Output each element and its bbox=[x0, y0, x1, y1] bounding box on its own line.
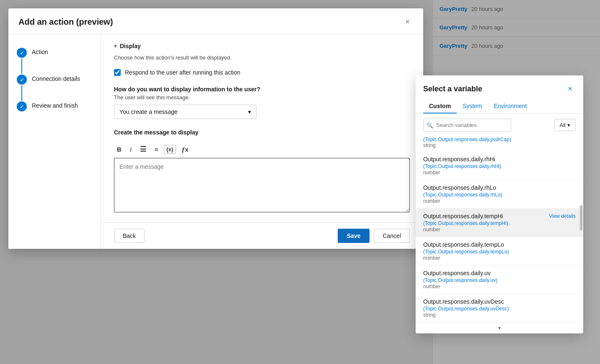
var-first-item: (Topic.Output.responses.daily.pvdrCap) s… bbox=[416, 135, 583, 152]
create-label: Create the message to display bbox=[114, 129, 410, 136]
check-icon-3: ✓ bbox=[20, 103, 24, 110]
var-panel-scroll-down: ▾ bbox=[416, 323, 583, 333]
respond-checkbox-label: Respond to the user after running this a… bbox=[125, 69, 241, 76]
step-line-1 bbox=[21, 59, 22, 74]
var-item-path-uvDesc: (Topic.Output.responses.daily.uvDesc) bbox=[423, 306, 576, 312]
step-connector-2: ✓ bbox=[17, 75, 27, 101]
var-item-path-rhLo: (Topic.Output.responses.daily.rhLo) bbox=[423, 192, 576, 198]
display-description: Choose how this action's result will be … bbox=[114, 54, 410, 61]
variable-button[interactable]: {x} bbox=[164, 145, 176, 154]
check-icon-2: ✓ bbox=[20, 77, 24, 83]
step-circle-3: ✓ bbox=[17, 101, 27, 111]
filter-all-label: All bbox=[560, 122, 566, 128]
step-connector-1: ✓ bbox=[17, 48, 27, 75]
var-item-name-rhLo: Output.responses.daily.rhLo bbox=[423, 184, 576, 191]
dropdown-chevron-icon: ▾ bbox=[248, 108, 251, 115]
respond-checkbox[interactable] bbox=[114, 69, 121, 76]
var-search-row: 🔍 All ▾ bbox=[416, 114, 583, 135]
formula-button[interactable]: ƒx bbox=[178, 144, 191, 155]
var-item-type-rhLo: number bbox=[423, 198, 576, 204]
steps-sidebar: ✓ Action ✓ Connection details bbox=[8, 34, 101, 249]
var-first-item-type: string bbox=[423, 142, 576, 148]
var-panel-scrollbar bbox=[580, 205, 582, 230]
cancel-button[interactable]: Cancel bbox=[374, 229, 410, 243]
var-filter-button[interactable]: All ▾ bbox=[554, 119, 576, 131]
check-icon-1: ✓ bbox=[20, 50, 24, 56]
filter-chevron-icon: ▾ bbox=[567, 122, 570, 128]
bullet-list-button[interactable]: ☰ bbox=[137, 143, 149, 155]
main-modal: Add an action (preview) × ✓ Action bbox=[8, 8, 423, 249]
var-item-rhLo[interactable]: Output.responses.daily.rhLo (Topic.Outpu… bbox=[416, 180, 583, 209]
dropdown-value: You create a message bbox=[119, 108, 178, 115]
save-button[interactable]: Save bbox=[338, 229, 370, 243]
var-item-uv[interactable]: Output.responses.daily.uv (Topic.Output.… bbox=[416, 266, 583, 294]
modal-close-button[interactable]: × bbox=[402, 16, 413, 28]
var-item-name-uv: Output.responses.daily.uv bbox=[423, 270, 576, 276]
bullet-list-icon: ☰ bbox=[140, 145, 146, 153]
display-heading: Display bbox=[120, 43, 141, 49]
italic-button[interactable]: I bbox=[127, 144, 134, 155]
var-search-wrapper: 🔍 bbox=[423, 119, 551, 132]
tab-system[interactable]: System bbox=[457, 99, 488, 114]
var-item-tempLo[interactable]: Output.responses.daily.tempLo (Topic.Out… bbox=[416, 237, 583, 266]
question-label: How do you want to display information t… bbox=[114, 86, 410, 93]
modal-footer: Back Save Cancel bbox=[101, 222, 423, 249]
var-item-name-uvDesc: Output.responses.daily.uvDesc bbox=[423, 298, 576, 305]
var-item-uvDesc[interactable]: Output.responses.daily.uvDesc (Topic.Out… bbox=[416, 294, 583, 323]
numbered-list-icon: ≡ bbox=[155, 146, 158, 153]
step-connection: ✓ Connection details bbox=[17, 75, 92, 101]
var-item-name-rhHi: Output.responses.daily.rhHi bbox=[423, 156, 576, 163]
modal-header: Add an action (preview) × bbox=[8, 8, 423, 34]
display-section-header: ▾ Display bbox=[114, 43, 410, 49]
var-item-name-tempLo: Output.responses.daily.tempLo bbox=[423, 241, 576, 248]
var-item-tempHi[interactable]: Output.responses.daily.tempHi View detai… bbox=[416, 209, 583, 237]
tab-custom[interactable]: Custom bbox=[423, 99, 457, 114]
step-action: ✓ Action bbox=[17, 48, 92, 75]
var-panel-title: Select a variable bbox=[423, 85, 482, 93]
message-editor[interactable] bbox=[114, 158, 410, 212]
step-circle-2: ✓ bbox=[17, 75, 27, 85]
respond-checkbox-row: Respond to the user after running this a… bbox=[114, 69, 410, 76]
var-search-input[interactable] bbox=[423, 119, 511, 132]
step-connector-3: ✓ bbox=[17, 101, 27, 111]
var-first-item-path: (Topic.Output.responses.daily.pvdrCap) bbox=[423, 137, 576, 142]
var-item-path-tempLo: (Topic.Output.responses.daily.tempLo) bbox=[423, 249, 576, 255]
footer-left: Back bbox=[114, 229, 145, 243]
bold-button[interactable]: B bbox=[114, 144, 124, 155]
content-area: ▾ Display Choose how this action's resul… bbox=[101, 34, 423, 249]
editor-toolbar: B I ☰ ≡ {x} ƒx bbox=[114, 141, 410, 158]
view-details-link-tempHi[interactable]: View details bbox=[549, 213, 576, 219]
back-button[interactable]: Back bbox=[114, 229, 145, 243]
footer-right: Save Cancel bbox=[338, 229, 410, 243]
var-item-path-tempHi: (Topic.Output.responses.daily.tempHi) bbox=[423, 220, 576, 226]
var-item-type-tempLo: number bbox=[423, 255, 576, 261]
var-item-type-uvDesc: string bbox=[423, 312, 576, 318]
var-item-type-tempHi: number bbox=[423, 227, 576, 232]
modal-body: ✓ Action ✓ Connection details bbox=[8, 34, 423, 249]
question-sub: The user will see this message. bbox=[114, 94, 410, 101]
step-circle-1: ✓ bbox=[17, 48, 27, 58]
var-item-path-rhHi: (Topic.Output.responses.daily.rhHi) bbox=[423, 163, 576, 169]
var-tabs: Custom System Environment bbox=[416, 99, 583, 114]
chevron-down-icon: ▾ bbox=[114, 43, 116, 49]
var-panel-close-button[interactable]: × bbox=[564, 83, 576, 95]
var-item-rhHi[interactable]: Output.responses.daily.rhHi (Topic.Outpu… bbox=[416, 152, 583, 180]
tab-environment[interactable]: Environment bbox=[488, 99, 533, 114]
step-label-connection: Connection details bbox=[32, 75, 80, 82]
variable-panel: Select a variable × Custom System Enviro… bbox=[416, 75, 583, 333]
step-review: ✓ Review and finish bbox=[17, 101, 92, 111]
var-item-type-uv: number bbox=[423, 284, 576, 289]
numbered-list-button[interactable]: ≡ bbox=[152, 144, 161, 155]
search-icon: 🔍 bbox=[427, 122, 433, 128]
var-item-name-tempHi: Output.responses.daily.tempHi View detai… bbox=[423, 213, 576, 219]
step-line-2 bbox=[21, 85, 22, 101]
display-dropdown[interactable]: You create a message ▾ bbox=[114, 105, 256, 119]
var-item-type-rhHi: number bbox=[423, 170, 576, 176]
scrollable-content: ▾ Display Choose how this action's resul… bbox=[101, 34, 423, 222]
var-panel-header: Select a variable × bbox=[416, 75, 583, 99]
step-label-action: Action bbox=[32, 48, 48, 55]
var-list: (Topic.Output.responses.daily.pvdrCap) s… bbox=[416, 135, 583, 333]
step-label-review: Review and finish bbox=[32, 101, 78, 109]
var-item-path-uv: (Topic.Output.responses.daily.uv) bbox=[423, 277, 576, 283]
modal-title: Add an action (preview) bbox=[18, 17, 113, 27]
